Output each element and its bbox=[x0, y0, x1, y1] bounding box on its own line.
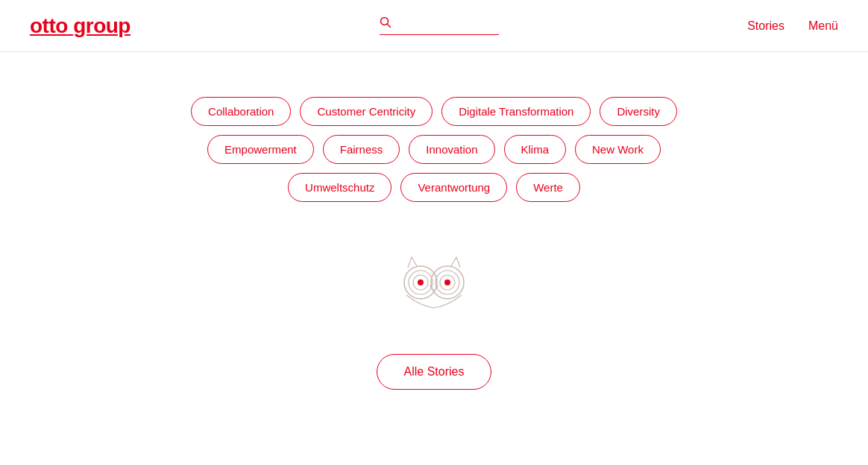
tag-klima[interactable]: Klima bbox=[504, 135, 567, 164]
search-input[interactable] bbox=[397, 18, 494, 30]
logo[interactable]: otto group bbox=[30, 16, 130, 37]
tags-container: Collaboration Customer Centricity Digita… bbox=[191, 97, 677, 202]
tag-collaboration[interactable]: Collaboration bbox=[191, 97, 291, 126]
header: otto group Stories Menü bbox=[0, 0, 868, 52]
tag-fairness[interactable]: Fairness bbox=[323, 135, 400, 164]
alle-stories-label: Alle Stories bbox=[404, 365, 465, 379]
tag-customer-centricity[interactable]: Customer Centricity bbox=[300, 97, 433, 126]
tags-row-3: Umweltschutz Verantwortung Werte bbox=[288, 173, 580, 202]
tag-digitale-transformation[interactable]: Digitale Transformation bbox=[441, 97, 591, 126]
tag-werte[interactable]: Werte bbox=[516, 173, 580, 202]
owl-illustration bbox=[393, 247, 475, 317]
logo-otto: otto bbox=[30, 14, 68, 37]
nav-menu[interactable]: Menü bbox=[808, 19, 838, 33]
tags-row-2: Empowerment Fairness Innovation Klima Ne… bbox=[207, 135, 661, 164]
search-bar[interactable] bbox=[380, 16, 499, 35]
nav-stories[interactable]: Stories bbox=[747, 19, 784, 33]
tag-new-work[interactable]: New Work bbox=[575, 135, 661, 164]
main-nav: Stories Menü bbox=[747, 19, 838, 33]
alle-stories-button[interactable]: Alle Stories bbox=[377, 354, 492, 390]
owl-svg bbox=[393, 247, 475, 314]
tag-umweltschutz[interactable]: Umweltschutz bbox=[288, 173, 391, 202]
main-content: Collaboration Customer Centricity Digita… bbox=[0, 52, 868, 420]
svg-line-1 bbox=[387, 25, 390, 28]
search-icon bbox=[380, 16, 391, 31]
svg-point-5 bbox=[418, 279, 424, 285]
tag-empowerment[interactable]: Empowerment bbox=[207, 135, 314, 164]
tag-verantwortung[interactable]: Verantwortung bbox=[400, 173, 507, 202]
tag-innovation[interactable]: Innovation bbox=[409, 135, 494, 164]
svg-point-9 bbox=[444, 279, 450, 285]
logo-group-text: group bbox=[73, 14, 130, 37]
tag-diversity[interactable]: Diversity bbox=[600, 97, 677, 126]
tags-row-1: Collaboration Customer Centricity Digita… bbox=[191, 97, 677, 126]
